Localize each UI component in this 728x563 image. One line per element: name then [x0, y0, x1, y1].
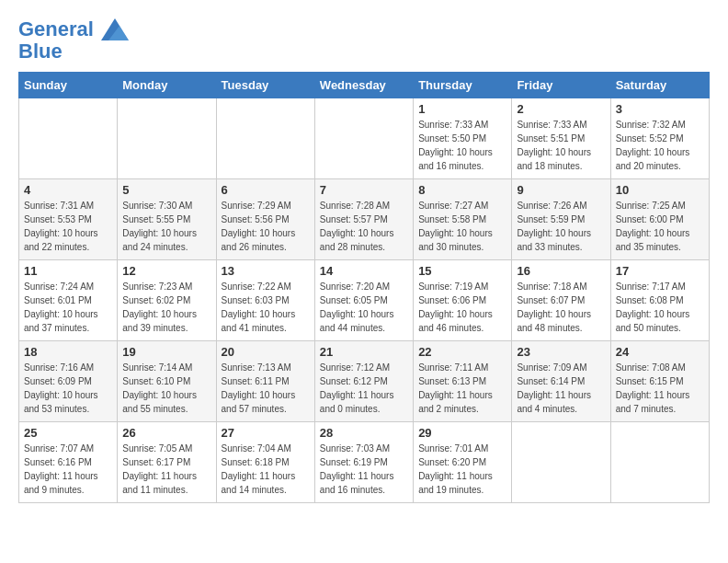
day-number: 8 [418, 183, 506, 197]
day-info: Sunrise: 7:05 AM Sunset: 6:17 PM Dayligh… [122, 442, 210, 497]
weekday-header-wednesday: Wednesday [314, 73, 413, 98]
calendar-cell: 19Sunrise: 7:14 AM Sunset: 6:10 PM Dayli… [118, 341, 216, 422]
calendar-cell: 8Sunrise: 7:27 AM Sunset: 5:58 PM Daylig… [414, 179, 512, 260]
day-info: Sunrise: 7:33 AM Sunset: 5:51 PM Dayligh… [517, 118, 605, 173]
calendar-cell [216, 98, 314, 179]
day-number: 20 [222, 345, 310, 359]
day-info: Sunrise: 7:11 AM Sunset: 6:13 PM Dayligh… [418, 361, 506, 416]
day-info: Sunrise: 7:33 AM Sunset: 5:50 PM Dayligh… [418, 118, 506, 173]
calendar-cell: 11Sunrise: 7:24 AM Sunset: 6:01 PM Dayli… [19, 260, 118, 341]
calendar-cell: 29Sunrise: 7:01 AM Sunset: 6:20 PM Dayli… [414, 422, 512, 503]
day-info: Sunrise: 7:01 AM Sunset: 6:20 PM Dayligh… [418, 442, 506, 497]
day-number: 10 [616, 183, 704, 197]
week-row-4: 18Sunrise: 7:16 AM Sunset: 6:09 PM Dayli… [19, 341, 710, 422]
logo: General Blue [18, 18, 129, 63]
calendar-cell [118, 98, 216, 179]
day-number: 25 [24, 426, 112, 440]
day-number: 19 [122, 345, 210, 359]
page-header: General Blue [18, 18, 710, 63]
day-info: Sunrise: 7:23 AM Sunset: 6:02 PM Dayligh… [122, 280, 210, 335]
day-info: Sunrise: 7:07 AM Sunset: 6:16 PM Dayligh… [24, 442, 112, 497]
day-info: Sunrise: 7:28 AM Sunset: 5:57 PM Dayligh… [320, 199, 408, 254]
logo-blue: Blue [18, 40, 129, 63]
day-number: 21 [320, 345, 408, 359]
day-info: Sunrise: 7:18 AM Sunset: 6:07 PM Dayligh… [517, 280, 605, 335]
calendar-cell: 23Sunrise: 7:09 AM Sunset: 6:14 PM Dayli… [512, 341, 610, 422]
day-info: Sunrise: 7:29 AM Sunset: 5:56 PM Dayligh… [222, 199, 310, 254]
day-number: 23 [517, 345, 605, 359]
day-number: 15 [418, 264, 506, 278]
calendar-cell: 13Sunrise: 7:22 AM Sunset: 6:03 PM Dayli… [216, 260, 314, 341]
calendar-cell: 2Sunrise: 7:33 AM Sunset: 5:51 PM Daylig… [512, 98, 610, 179]
day-info: Sunrise: 7:32 AM Sunset: 5:52 PM Dayligh… [616, 118, 704, 173]
calendar-cell: 6Sunrise: 7:29 AM Sunset: 5:56 PM Daylig… [216, 179, 314, 260]
calendar-cell: 12Sunrise: 7:23 AM Sunset: 6:02 PM Dayli… [118, 260, 216, 341]
day-number: 6 [222, 183, 310, 197]
day-number: 22 [418, 345, 506, 359]
calendar-cell: 22Sunrise: 7:11 AM Sunset: 6:13 PM Dayli… [414, 341, 512, 422]
day-info: Sunrise: 7:14 AM Sunset: 6:10 PM Dayligh… [122, 361, 210, 416]
calendar-cell [512, 422, 610, 503]
logo-text: General [18, 18, 129, 40]
weekday-header-monday: Monday [118, 73, 216, 98]
week-row-2: 4Sunrise: 7:31 AM Sunset: 5:53 PM Daylig… [19, 179, 710, 260]
week-row-5: 25Sunrise: 7:07 AM Sunset: 6:16 PM Dayli… [19, 422, 710, 503]
weekday-header-row: SundayMondayTuesdayWednesdayThursdayFrid… [19, 73, 710, 98]
day-number: 5 [122, 183, 210, 197]
day-info: Sunrise: 7:31 AM Sunset: 5:53 PM Dayligh… [24, 199, 112, 254]
weekday-header-friday: Friday [512, 73, 610, 98]
day-number: 28 [320, 426, 408, 440]
calendar-cell: 18Sunrise: 7:16 AM Sunset: 6:09 PM Dayli… [19, 341, 118, 422]
day-info: Sunrise: 7:04 AM Sunset: 6:18 PM Dayligh… [222, 442, 310, 497]
day-number: 2 [517, 102, 605, 116]
day-number: 14 [320, 264, 408, 278]
week-row-1: 1Sunrise: 7:33 AM Sunset: 5:50 PM Daylig… [19, 98, 710, 179]
calendar-cell: 10Sunrise: 7:25 AM Sunset: 6:00 PM Dayli… [610, 179, 709, 260]
calendar-cell: 15Sunrise: 7:19 AM Sunset: 6:06 PM Dayli… [414, 260, 512, 341]
calendar-cell: 17Sunrise: 7:17 AM Sunset: 6:08 PM Dayli… [610, 260, 709, 341]
calendar-cell: 21Sunrise: 7:12 AM Sunset: 6:12 PM Dayli… [314, 341, 413, 422]
day-number: 13 [222, 264, 310, 278]
calendar-cell: 3Sunrise: 7:32 AM Sunset: 5:52 PM Daylig… [610, 98, 709, 179]
day-number: 12 [122, 264, 210, 278]
calendar-cell: 7Sunrise: 7:28 AM Sunset: 5:57 PM Daylig… [314, 179, 413, 260]
calendar-cell: 1Sunrise: 7:33 AM Sunset: 5:50 PM Daylig… [414, 98, 512, 179]
day-number: 18 [24, 345, 112, 359]
day-info: Sunrise: 7:25 AM Sunset: 6:00 PM Dayligh… [616, 199, 704, 254]
calendar-cell [19, 98, 118, 179]
day-info: Sunrise: 7:22 AM Sunset: 6:03 PM Dayligh… [222, 280, 310, 335]
day-number: 7 [320, 183, 408, 197]
calendar-cell: 16Sunrise: 7:18 AM Sunset: 6:07 PM Dayli… [512, 260, 610, 341]
calendar-cell: 4Sunrise: 7:31 AM Sunset: 5:53 PM Daylig… [19, 179, 118, 260]
calendar-cell: 25Sunrise: 7:07 AM Sunset: 6:16 PM Dayli… [19, 422, 118, 503]
day-info: Sunrise: 7:24 AM Sunset: 6:01 PM Dayligh… [24, 280, 112, 335]
calendar-cell: 14Sunrise: 7:20 AM Sunset: 6:05 PM Dayli… [314, 260, 413, 341]
day-info: Sunrise: 7:09 AM Sunset: 6:14 PM Dayligh… [517, 361, 605, 416]
day-info: Sunrise: 7:20 AM Sunset: 6:05 PM Dayligh… [320, 280, 408, 335]
day-number: 27 [222, 426, 310, 440]
calendar-cell: 27Sunrise: 7:04 AM Sunset: 6:18 PM Dayli… [216, 422, 314, 503]
day-info: Sunrise: 7:12 AM Sunset: 6:12 PM Dayligh… [320, 361, 408, 416]
day-number: 16 [517, 264, 605, 278]
calendar-cell [314, 98, 413, 179]
day-info: Sunrise: 7:17 AM Sunset: 6:08 PM Dayligh… [616, 280, 704, 335]
day-number: 24 [616, 345, 704, 359]
day-info: Sunrise: 7:19 AM Sunset: 6:06 PM Dayligh… [418, 280, 506, 335]
day-number: 4 [24, 183, 112, 197]
weekday-header-thursday: Thursday [414, 73, 512, 98]
day-info: Sunrise: 7:03 AM Sunset: 6:19 PM Dayligh… [320, 442, 408, 497]
day-info: Sunrise: 7:13 AM Sunset: 6:11 PM Dayligh… [222, 361, 310, 416]
calendar-cell: 24Sunrise: 7:08 AM Sunset: 6:15 PM Dayli… [610, 341, 709, 422]
calendar-cell [610, 422, 709, 503]
weekday-header-sunday: Sunday [19, 73, 118, 98]
calendar-cell: 5Sunrise: 7:30 AM Sunset: 5:55 PM Daylig… [118, 179, 216, 260]
day-number: 9 [517, 183, 605, 197]
day-info: Sunrise: 7:08 AM Sunset: 6:15 PM Dayligh… [616, 361, 704, 416]
calendar-cell: 9Sunrise: 7:26 AM Sunset: 5:59 PM Daylig… [512, 179, 610, 260]
weekday-header-tuesday: Tuesday [216, 73, 314, 98]
day-info: Sunrise: 7:26 AM Sunset: 5:59 PM Dayligh… [517, 199, 605, 254]
day-number: 3 [616, 102, 704, 116]
day-number: 17 [616, 264, 704, 278]
day-number: 29 [418, 426, 506, 440]
calendar-cell: 28Sunrise: 7:03 AM Sunset: 6:19 PM Dayli… [314, 422, 413, 503]
